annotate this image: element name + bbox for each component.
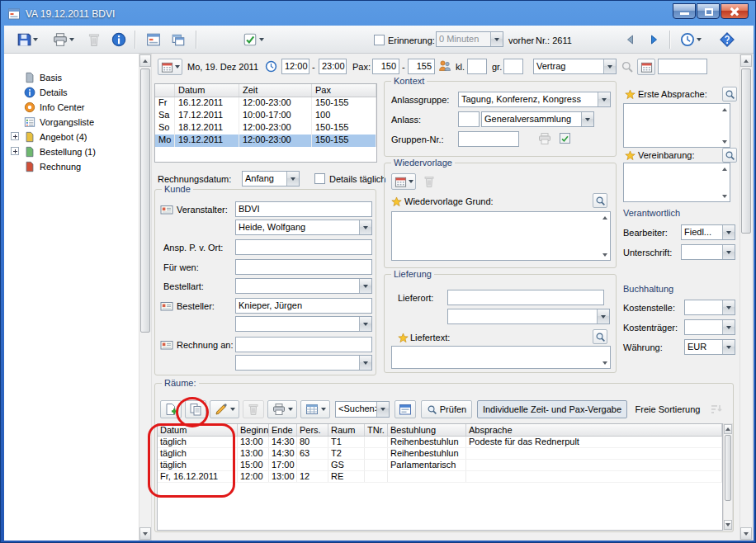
rooms-search-select[interactable]: <Suchen> <box>335 401 390 418</box>
gruppen-checkbox[interactable] <box>560 133 570 144</box>
delete-button[interactable] <box>83 29 105 50</box>
scroll-up-icon[interactable] <box>724 424 732 434</box>
scroll-up-icon[interactable] <box>721 165 728 172</box>
delete-room-button[interactable] <box>243 400 264 418</box>
contact-card-icon[interactable] <box>160 300 173 313</box>
grund-search-button[interactable] <box>593 193 607 208</box>
sidebar-item-info-center[interactable]: Info Center <box>6 100 136 114</box>
table-row[interactable]: Sa17.12.201110:00-17:00100 <box>155 110 376 122</box>
table-row[interactable]: täglich13:0014:3080T1ReihenbestuhlunPode… <box>158 437 722 448</box>
besteller-field[interactable]: Knieper, Jürgen <box>235 298 372 314</box>
col-bestuhlung[interactable]: Bestuhlung <box>388 424 466 436</box>
col-pax[interactable]: Pax <box>312 84 376 97</box>
sort-icon[interactable] <box>710 403 723 416</box>
forward-button[interactable] <box>645 29 663 50</box>
scroll-down-icon[interactable] <box>740 527 752 540</box>
search-icon[interactable] <box>621 60 634 73</box>
veranstalter-field[interactable]: BDVI <box>235 201 372 217</box>
history-button[interactable] <box>676 29 706 50</box>
lieferort-field[interactable] <box>447 290 604 305</box>
scrollbar-thumb[interactable] <box>725 435 731 501</box>
individuelle-vergabe-toggle[interactable]: Individuelle Zeit- und Pax-Vergabe <box>477 400 627 418</box>
contact-card-icon[interactable] <box>160 338 173 352</box>
date-extra-field[interactable] <box>658 59 707 74</box>
rooms-scrollbar[interactable] <box>723 423 733 531</box>
vereinbarung-textarea[interactable] <box>623 163 730 202</box>
gr-field[interactable] <box>503 59 523 74</box>
lieferort-select[interactable] <box>447 309 610 324</box>
info-button[interactable] <box>108 29 130 50</box>
wiedervorlage-grund-textarea[interactable] <box>391 211 611 261</box>
pax-to-field[interactable]: 155 <box>408 59 435 74</box>
rooms-calendar-button[interactable] <box>395 400 416 418</box>
table-row[interactable]: täglich13:0014:3063T2Reihenbestuhlun <box>158 448 722 460</box>
scrollbar-thumb[interactable] <box>741 68 751 234</box>
expand-plus-icon[interactable] <box>11 132 19 140</box>
bearbeiter-select[interactable]: Fiedl... <box>681 224 735 240</box>
sidebar-scrollbar[interactable] <box>139 54 152 541</box>
sidebar-item-rechnung[interactable]: Rechnung <box>6 159 136 173</box>
details-taeglich-checkbox[interactable] <box>314 173 325 184</box>
col-ende[interactable]: Ende <box>269 424 297 436</box>
contact-card-icon[interactable] <box>160 203 173 216</box>
col-beginn[interactable]: Beginn <box>238 424 269 436</box>
col-datum[interactable]: Datum <box>175 84 239 97</box>
sidebar-item-angebot[interactable]: Angebot (4) <box>6 130 136 144</box>
print-rooms-button[interactable] <box>267 400 297 418</box>
print-button[interactable] <box>47 29 80 50</box>
scroll-down-icon[interactable] <box>721 138 728 145</box>
anlassgruppe-select[interactable]: Tagung, Konferenz, Kongress <box>458 92 611 107</box>
kl-field[interactable] <box>467 59 487 74</box>
col-zeit[interactable]: Zeit <box>239 84 312 97</box>
erinnerung-checkbox[interactable] <box>374 35 385 45</box>
col-raum[interactable]: Raum <box>328 424 365 436</box>
anlass-select[interactable]: Generalversammlung <box>481 111 594 127</box>
gruppen-print-icon[interactable] <box>538 132 551 145</box>
status-select[interactable]: Vertrag <box>533 59 617 74</box>
table-row[interactable]: So18.12.201112:00-23:00150-155 <box>155 122 376 135</box>
kostenstelle-select[interactable] <box>684 300 735 315</box>
scroll-up-icon[interactable] <box>601 214 608 221</box>
sidebar-item-details[interactable]: Details <box>6 85 136 99</box>
col-tnr[interactable]: TNr. <box>365 424 388 436</box>
time-from-field[interactable]: 12:00 <box>281 59 309 74</box>
sidebar-item-bestellung[interactable]: Bestellung (1) <box>6 144 136 158</box>
fuer-wen-field[interactable] <box>235 259 372 275</box>
anlass-code-field[interactable] <box>458 111 480 127</box>
save-button[interactable] <box>11 29 44 50</box>
besteller-kontakt-select[interactable] <box>235 316 372 332</box>
freie-sortierung-button[interactable]: Freie Sortierung <box>631 400 705 418</box>
erinnerung-select[interactable]: 0 Minuten <box>436 31 503 47</box>
gruppen-nr-field[interactable] <box>458 131 519 147</box>
scrollbar-thumb[interactable] <box>140 68 150 333</box>
rechnung-an-field[interactable] <box>235 337 372 352</box>
table-row-selected[interactable]: Mo19.12.201112:00-23:00150-155 <box>155 135 376 147</box>
back-button[interactable] <box>621 29 640 50</box>
maximize-button[interactable] <box>697 3 720 19</box>
main-scrollbar[interactable] <box>739 54 753 541</box>
sidebar-item-basis[interactable]: Basis <box>6 70 136 84</box>
scroll-down-icon[interactable] <box>601 359 608 366</box>
sidebar-item-vorgangsliste[interactable]: Vorgangsliste <box>6 115 136 129</box>
unterschrift-select[interactable] <box>681 244 735 260</box>
wiedervorlage-date-button[interactable] <box>391 173 416 190</box>
time-to-field[interactable]: 23:00 <box>319 59 347 74</box>
bestellart-select[interactable] <box>235 278 372 294</box>
help-button[interactable] <box>717 29 737 50</box>
ansprechpartner-field[interactable] <box>235 239 372 255</box>
col-pers[interactable]: Pers. <box>297 424 328 436</box>
trash-icon[interactable] <box>423 175 436 188</box>
minimize-button[interactable] <box>673 3 696 19</box>
col-datum[interactable]: Datum <box>158 424 238 436</box>
scroll-up-icon[interactable] <box>721 106 728 113</box>
erste-absprache-textarea[interactable] <box>623 103 730 148</box>
waehrung-select[interactable]: EUR <box>684 339 735 355</box>
scroll-down-icon[interactable] <box>601 251 608 258</box>
date-picker-button[interactable] <box>158 59 182 75</box>
col-absprache[interactable]: Absprache <box>466 424 722 436</box>
expand-plus-icon[interactable] <box>11 147 19 155</box>
table-row[interactable]: Fr, 16.12.201112:0013:0012RE <box>158 471 722 483</box>
calendar-button[interactable] <box>637 59 655 75</box>
form-view-button[interactable] <box>143 29 164 50</box>
scroll-up-icon[interactable] <box>740 54 752 67</box>
